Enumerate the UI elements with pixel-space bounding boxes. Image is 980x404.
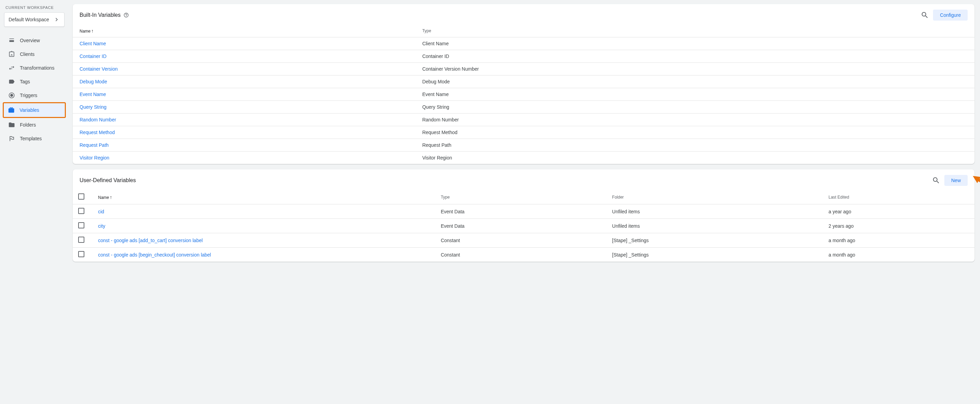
folders-icon — [8, 121, 15, 128]
udv-title: User-Defined Variables — [80, 177, 136, 183]
variable-type: Container ID — [415, 50, 975, 63]
variable-folder: Unfiled items — [605, 204, 822, 219]
configure-button[interactable]: Configure — [933, 10, 968, 21]
variable-link[interactable]: Query String — [80, 104, 107, 110]
sidebar-item-overview[interactable]: Overview — [4, 33, 64, 47]
col-last-edited[interactable]: Last Edited — [822, 190, 975, 204]
sort-arrow-up-icon: ↑ — [91, 28, 94, 33]
variable-type: Query String — [415, 101, 975, 113]
variable-link[interactable]: Request Path — [80, 142, 109, 148]
sidebar-item-tags[interactable]: Tags — [4, 75, 64, 89]
search-icon — [932, 176, 940, 185]
sidebar-item-label: Triggers — [20, 92, 37, 98]
workspace-selector[interactable]: Default Workspace — [4, 12, 64, 27]
sidebar-item-folders[interactable]: Folders — [4, 118, 64, 132]
col-type[interactable]: Type — [434, 190, 605, 204]
col-name[interactable]: Name — [98, 195, 109, 200]
table-row[interactable]: cidEvent DataUnfiled itemsa year ago — [73, 204, 975, 219]
variable-link[interactable]: Visitor Region — [80, 155, 110, 161]
variable-type: Random Number — [415, 113, 975, 126]
sidebar-item-label: Variables — [19, 107, 39, 113]
search-icon — [921, 11, 929, 19]
row-checkbox[interactable] — [78, 251, 84, 257]
variable-last-edited: a month ago — [822, 233, 975, 248]
table-row[interactable]: Request PathRequest Path — [73, 139, 975, 151]
search-button[interactable] — [921, 11, 929, 19]
help-icon[interactable] — [123, 12, 129, 18]
variable-last-edited: a year ago — [822, 204, 975, 219]
nav-list: Overview Clients Transformations Tags Tr… — [4, 33, 68, 145]
sidebar-item-label: Overview — [20, 38, 40, 43]
variable-link[interactable]: city — [98, 223, 105, 229]
variable-type: Request Method — [415, 126, 975, 139]
table-row[interactable]: Request MethodRequest Method — [73, 126, 975, 139]
sort-arrow-up-icon: ↑ — [110, 194, 112, 200]
sidebar-item-transformations[interactable]: Transformations — [4, 61, 64, 75]
table-row[interactable]: Event NameEvent Name — [73, 88, 975, 101]
variable-folder: [Stape] _Settings — [605, 233, 822, 248]
main-content: Built-In Variables Configure Name↑ Type — [68, 0, 980, 404]
variable-last-edited: a month ago — [822, 248, 975, 262]
col-folder[interactable]: Folder — [605, 190, 822, 204]
sidebar: CURRENT WORKSPACE Default Workspace Over… — [0, 0, 68, 404]
tags-icon — [8, 78, 15, 85]
sidebar-item-label: Tags — [20, 79, 30, 84]
variable-link[interactable]: Random Number — [80, 117, 116, 122]
variable-folder: Unfiled items — [605, 219, 822, 233]
table-row[interactable]: Client NameClient Name — [73, 37, 975, 50]
clients-icon — [8, 51, 15, 57]
table-row[interactable]: Visitor RegionVisitor Region — [73, 151, 975, 164]
sidebar-item-templates[interactable]: Templates — [4, 132, 64, 145]
table-row[interactable]: Container VersionContainer Version Numbe… — [73, 63, 975, 75]
table-row[interactable]: Random NumberRandom Number — [73, 113, 975, 126]
table-row[interactable]: Query StringQuery String — [73, 101, 975, 113]
table-row[interactable]: Debug ModeDebug Mode — [73, 75, 975, 88]
variable-link[interactable]: const - google ads [add_to_cart] convers… — [98, 238, 203, 243]
sidebar-item-label: Transformations — [20, 65, 54, 71]
table-row[interactable]: cityEvent DataUnfiled items2 years ago — [73, 219, 975, 233]
triggers-icon — [8, 92, 15, 99]
user-defined-variables-card: User-Defined Variables New Name↑ T — [73, 169, 975, 262]
sidebar-item-label: Templates — [20, 136, 42, 141]
variable-link[interactable]: Client Name — [80, 41, 106, 46]
variable-link[interactable]: const - google ads [begin_checkout] conv… — [98, 252, 211, 258]
variable-link[interactable]: Container ID — [80, 54, 107, 59]
sidebar-item-variables[interactable]: Variables — [3, 102, 66, 118]
table-row[interactable]: const - google ads [begin_checkout] conv… — [73, 248, 975, 262]
variables-icon — [8, 107, 15, 113]
builtin-table: Name↑ Type Client NameClient NameContain… — [73, 25, 975, 164]
udv-card-header: User-Defined Variables New — [73, 169, 975, 190]
select-all-checkbox[interactable] — [78, 193, 84, 200]
variable-last-edited: 2 years ago — [822, 219, 975, 233]
variable-type: Visitor Region — [415, 151, 975, 164]
variable-type: Client Name — [415, 37, 975, 50]
workspace-name: Default Workspace — [9, 17, 49, 22]
transformations-icon — [8, 64, 15, 72]
variable-link[interactable]: Event Name — [80, 92, 106, 97]
col-name[interactable]: Name — [80, 29, 91, 33]
row-checkbox[interactable] — [78, 237, 84, 243]
variable-type: Debug Mode — [415, 75, 975, 88]
variable-link[interactable]: Container Version — [80, 66, 118, 72]
templates-icon — [8, 135, 15, 142]
sidebar-item-clients[interactable]: Clients — [4, 47, 64, 61]
table-row[interactable]: Container IDContainer ID — [73, 50, 975, 63]
variable-type: Container Version Number — [415, 63, 975, 75]
table-row[interactable]: const - google ads [add_to_cart] convers… — [73, 233, 975, 248]
variable-link[interactable]: cid — [98, 209, 104, 214]
col-type[interactable]: Type — [415, 25, 975, 37]
variable-link[interactable]: Debug Mode — [80, 79, 107, 84]
row-checkbox[interactable] — [78, 222, 84, 228]
variable-link[interactable]: Request Method — [80, 130, 115, 135]
sidebar-item-label: Folders — [20, 122, 36, 127]
sidebar-item-triggers[interactable]: Triggers — [4, 89, 64, 102]
current-workspace-label: CURRENT WORKSPACE — [5, 5, 68, 10]
overview-icon — [8, 37, 15, 44]
variable-type: Constant — [434, 233, 605, 248]
new-button[interactable]: New — [944, 175, 968, 186]
search-button[interactable] — [932, 176, 940, 185]
variable-folder: [Stape] _Settings — [605, 248, 822, 262]
variable-type: Event Name — [415, 88, 975, 101]
row-checkbox[interactable] — [78, 208, 84, 214]
sidebar-item-label: Clients — [20, 51, 35, 57]
